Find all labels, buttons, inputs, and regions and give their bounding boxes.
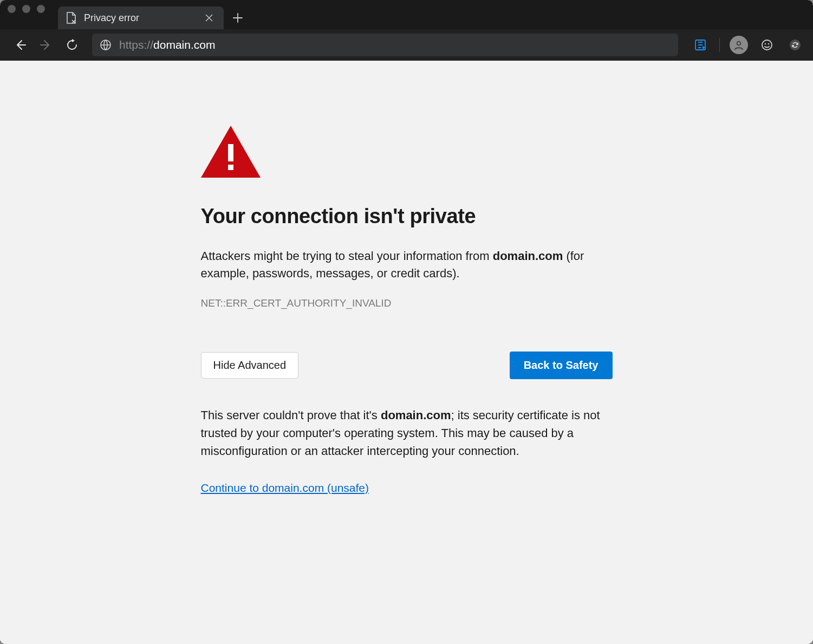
page-error-icon <box>66 12 76 24</box>
titlebar: Privacy error <box>0 0 813 29</box>
svg-point-4 <box>765 43 766 44</box>
svg-point-6 <box>790 40 801 50</box>
toolbar: https://domain.com <box>0 29 813 61</box>
feedback-icon[interactable] <box>758 36 776 54</box>
svg-rect-7 <box>228 144 233 161</box>
window-close-dot[interactable] <box>8 5 16 13</box>
error-code: NET::ERR_CERT_AUTHORITY_INVALID <box>201 297 613 309</box>
profile-button[interactable] <box>730 36 748 54</box>
forward-button <box>35 34 57 56</box>
browser-tab[interactable]: Privacy error <box>58 6 224 29</box>
svg-rect-8 <box>228 165 233 170</box>
button-row: Hide Advanced Back to Safety <box>201 352 613 379</box>
address-bar[interactable]: https://domain.com <box>92 34 678 56</box>
error-detail-domain: domain.com <box>381 408 451 422</box>
error-content: Your connection isn't private Attackers … <box>190 61 623 527</box>
tab-title: Privacy error <box>84 12 196 24</box>
url-host: domain.com <box>153 38 215 51</box>
new-tab-button[interactable] <box>227 6 249 29</box>
tracking-prevention-icon[interactable] <box>691 36 710 54</box>
back-to-safety-button[interactable]: Back to Safety <box>510 352 613 379</box>
window-maximize-dot[interactable] <box>37 5 45 13</box>
error-detail-prefix: This server couldn't prove that it's <box>201 408 381 422</box>
toolbar-separator <box>719 38 720 52</box>
tab-close-button[interactable] <box>203 12 215 24</box>
window-controls <box>8 0 58 29</box>
svg-point-2 <box>737 42 741 45</box>
sync-icon[interactable] <box>786 36 804 54</box>
refresh-button[interactable] <box>61 34 83 56</box>
error-desc-domain: domain.com <box>493 249 563 263</box>
site-info-icon[interactable] <box>100 39 112 51</box>
warning-triangle-icon <box>201 126 613 178</box>
error-heading: Your connection isn't private <box>201 205 613 228</box>
back-button[interactable] <box>9 34 31 56</box>
error-description: Attackers might be trying to steal your … <box>201 248 613 282</box>
url-scheme: https:// <box>119 38 153 51</box>
hide-advanced-button[interactable]: Hide Advanced <box>201 352 299 379</box>
svg-point-3 <box>762 40 772 50</box>
error-desc-prefix: Attackers might be trying to steal your … <box>201 249 493 263</box>
browser-window: Privacy error https <box>0 0 813 644</box>
svg-point-5 <box>768 43 769 44</box>
toolbar-right <box>687 36 804 54</box>
proceed-unsafe-link[interactable]: Continue to domain.com (unsafe) <box>201 482 369 494</box>
url-text: https://domain.com <box>119 38 215 51</box>
error-detail: This server couldn't prove that it's dom… <box>201 406 613 460</box>
window-minimize-dot[interactable] <box>22 5 30 13</box>
page-viewport: Your connection isn't private Attackers … <box>0 61 813 644</box>
